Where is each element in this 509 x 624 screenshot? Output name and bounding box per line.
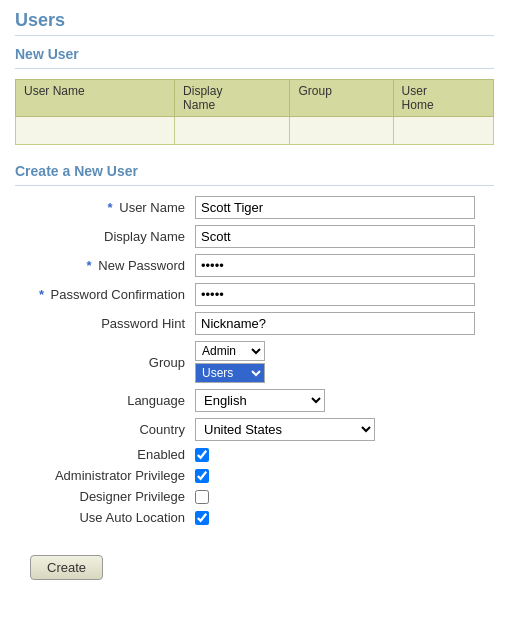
auto-location-row: Use Auto Location: [15, 510, 494, 525]
confirm-label: * Password Confirmation: [15, 287, 195, 302]
enabled-label: Enabled: [15, 447, 195, 462]
country-select[interactable]: United States: [195, 418, 375, 441]
hint-label: Password Hint: [15, 316, 195, 331]
create-user-divider: [15, 185, 494, 186]
cell-group: [290, 117, 393, 145]
col-group: Group: [290, 80, 393, 117]
password-required-star: *: [87, 258, 92, 273]
cell-username: [16, 117, 175, 145]
create-user-form: * User Name Display Name * New Password …: [15, 196, 494, 580]
hint-input[interactable]: [195, 312, 475, 335]
page-title: Users: [15, 10, 494, 36]
password-row: * New Password: [15, 254, 494, 277]
create-user-heading: Create a New User: [15, 163, 494, 179]
new-user-heading: New User: [15, 46, 494, 62]
displayname-input[interactable]: [195, 225, 475, 248]
confirm-row: * Password Confirmation: [15, 283, 494, 306]
group-users-select[interactable]: Users: [195, 363, 265, 383]
confirm-input[interactable]: [195, 283, 475, 306]
language-row: Language English: [15, 389, 494, 412]
create-button[interactable]: Create: [30, 555, 103, 580]
cell-userhome: [393, 117, 493, 145]
designer-priv-row: Designer Privilege: [15, 489, 494, 504]
password-label: * New Password: [15, 258, 195, 273]
username-label: * User Name: [15, 200, 195, 215]
displayname-label: Display Name: [15, 229, 195, 244]
language-select[interactable]: English: [195, 389, 325, 412]
confirm-required-star: *: [39, 287, 44, 302]
group-row: Group Admin Users: [15, 341, 494, 383]
group-select-wrapper: Admin Users: [195, 341, 265, 383]
password-input[interactable]: [195, 254, 475, 277]
create-button-row: Create: [15, 541, 494, 580]
designer-priv-label: Designer Privilege: [15, 489, 195, 504]
hint-row: Password Hint: [15, 312, 494, 335]
col-displayname: DisplayName: [175, 80, 290, 117]
table-row: [16, 117, 494, 145]
admin-priv-checkbox[interactable]: [195, 469, 209, 483]
country-label: Country: [15, 422, 195, 437]
username-input[interactable]: [195, 196, 475, 219]
admin-priv-row: Administrator Privilege: [15, 468, 494, 483]
username-row: * User Name: [15, 196, 494, 219]
cell-displayname: [175, 117, 290, 145]
country-row: Country United States: [15, 418, 494, 441]
language-label: Language: [15, 393, 195, 408]
designer-priv-checkbox[interactable]: [195, 490, 209, 504]
admin-priv-label: Administrator Privilege: [15, 468, 195, 483]
enabled-checkbox[interactable]: [195, 448, 209, 462]
group-label: Group: [15, 355, 195, 370]
auto-location-label: Use Auto Location: [15, 510, 195, 525]
auto-location-checkbox[interactable]: [195, 511, 209, 525]
new-user-divider: [15, 68, 494, 69]
col-username: User Name: [16, 80, 175, 117]
new-user-table: User Name DisplayName Group UserHome: [15, 79, 494, 145]
enabled-row: Enabled: [15, 447, 494, 462]
username-required-star: *: [108, 200, 113, 215]
group-admin-select[interactable]: Admin: [195, 341, 265, 361]
col-userhome: UserHome: [393, 80, 493, 117]
displayname-row: Display Name: [15, 225, 494, 248]
